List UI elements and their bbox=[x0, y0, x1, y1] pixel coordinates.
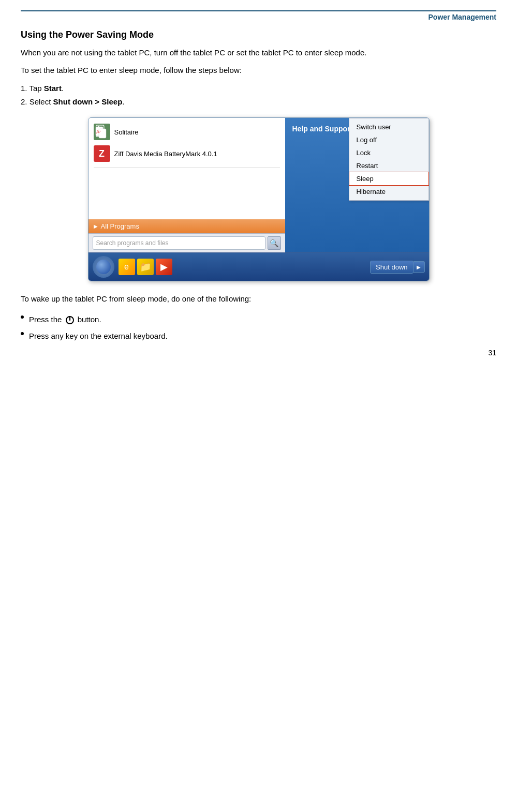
shutdown-button[interactable]: Shut down bbox=[370, 261, 413, 274]
all-programs-label: All Programs bbox=[101, 222, 139, 230]
page-container: Power Management Using the Power Saving … bbox=[0, 0, 517, 367]
step1-bold: Start bbox=[44, 84, 62, 93]
power-option-sleep[interactable]: Sleep bbox=[349, 172, 429, 185]
ie-icon: e bbox=[124, 262, 129, 272]
wmp-icon: ▶ bbox=[160, 261, 168, 273]
shutdown-arrow-icon: ▶ bbox=[417, 264, 421, 270]
taskbar-folder-icon[interactable]: 📁 bbox=[137, 259, 154, 275]
folder-icon: 📁 bbox=[140, 261, 151, 273]
search-input[interactable]: Search programs and files bbox=[93, 236, 265, 250]
startmenu-body: A♠ Solitaire Z Ziff Davis Media Bat bbox=[88, 118, 429, 252]
step2-prefix: 2. Select bbox=[21, 97, 53, 106]
startmenu-search: Search programs and files 🔍 bbox=[88, 233, 285, 252]
power-option-restart[interactable]: Restart bbox=[349, 159, 429, 172]
step2: 2. Select Shut down > Sleep. bbox=[21, 95, 496, 109]
bullet1-suffix: button. bbox=[78, 315, 101, 324]
search-icon: 🔍 bbox=[270, 239, 278, 247]
solitaire-label: Solitaire bbox=[114, 128, 139, 136]
header-bar: Power Management bbox=[21, 10, 496, 21]
search-placeholder: Search programs and files bbox=[96, 239, 169, 247]
help-support-label: Help and Support bbox=[292, 125, 353, 133]
power-option-lock[interactable]: Lock bbox=[349, 146, 429, 159]
step2-suffix: . bbox=[122, 97, 124, 106]
svg-text:A♠: A♠ bbox=[96, 129, 102, 134]
bullet1-text: Press the button. bbox=[29, 313, 101, 326]
start-orb-icon bbox=[96, 260, 111, 274]
menu-item-ziff[interactable]: Z Ziff Davis Media BatteryMark 4.0.1 bbox=[88, 143, 285, 164]
ziff-icon-img: Z bbox=[94, 145, 110, 162]
all-programs-arrow-icon: ▶ bbox=[94, 223, 98, 229]
startmenu-pinned: A♠ Solitaire Z Ziff Davis Media Bat bbox=[88, 118, 285, 219]
screenshot-container: A♠ Solitaire Z Ziff Davis Media Bat bbox=[85, 117, 432, 281]
taskbar-start-button[interactable] bbox=[93, 256, 114, 278]
power-button-icon bbox=[65, 315, 75, 325]
ziff-icon: Z bbox=[94, 145, 110, 162]
power-option-switch-user[interactable]: Switch user bbox=[349, 121, 429, 133]
bullet-dot-1 bbox=[21, 315, 24, 319]
menu-separator bbox=[94, 168, 280, 168]
step1-suffix: . bbox=[62, 84, 64, 93]
solitaire-icon: A♠ bbox=[94, 124, 110, 140]
search-button[interactable]: 🔍 bbox=[268, 236, 281, 250]
svg-rect-2 bbox=[99, 129, 106, 138]
taskbar-wmp-icon[interactable]: ▶ bbox=[156, 259, 172, 275]
power-option-log-off[interactable]: Log off bbox=[349, 133, 429, 146]
taskbar-ie-icon[interactable]: e bbox=[119, 259, 135, 275]
bullet-section: Press the button. Press any key on the e… bbox=[21, 313, 496, 342]
bullet1-prefix: Press the bbox=[29, 315, 64, 324]
startmenu-left: A♠ Solitaire Z Ziff Davis Media Bat bbox=[88, 118, 285, 252]
ziff-label: Ziff Davis Media BatteryMark 4.0.1 bbox=[114, 150, 217, 158]
solitaire-icon-img: A♠ bbox=[94, 124, 110, 140]
power-options-panel: Switch user Log off Lock Restart Sleep H… bbox=[349, 118, 429, 201]
shutdown-row: e 📁 ▶ Shut down ▶ bbox=[88, 252, 429, 281]
step1-prefix: 1. Tap bbox=[21, 84, 44, 93]
shutdown-label: Shut down bbox=[376, 263, 407, 271]
win7-startmenu: A♠ Solitaire Z Ziff Davis Media Bat bbox=[88, 117, 430, 281]
all-programs-item[interactable]: ▶ All Programs bbox=[88, 219, 285, 233]
step2-bold: Shut down > Sleep bbox=[53, 97, 123, 106]
startmenu-right-wrapper: Help and Support Switch user Log off Loc… bbox=[285, 118, 429, 252]
step1: 1. Tap Start. bbox=[21, 82, 496, 95]
para1: When you are not using the tablet PC, tu… bbox=[21, 47, 496, 59]
bullet-item-2: Press any key on the external keyboard. bbox=[21, 330, 496, 342]
bullet-dot-2 bbox=[21, 332, 24, 335]
svg-rect-1 bbox=[96, 127, 103, 136]
section-heading: Using the Power Saving Mode bbox=[21, 29, 496, 40]
page-number: 31 bbox=[488, 349, 496, 357]
header-title: Power Management bbox=[429, 13, 496, 21]
menu-item-solitaire[interactable]: A♠ Solitaire bbox=[88, 121, 285, 143]
wake-text: To wake up the tablet PC from sleep mode… bbox=[21, 293, 496, 305]
bullet2-text: Press any key on the external keyboard. bbox=[29, 330, 168, 342]
bullet-item-1: Press the button. bbox=[21, 313, 496, 326]
power-option-hibernate[interactable]: Hibernate bbox=[349, 185, 429, 198]
shutdown-arrow-button[interactable]: ▶ bbox=[413, 261, 425, 273]
shutdown-controls: Shut down ▶ bbox=[370, 261, 424, 274]
para2: To set the tablet PC to enter sleep mode… bbox=[21, 64, 496, 77]
